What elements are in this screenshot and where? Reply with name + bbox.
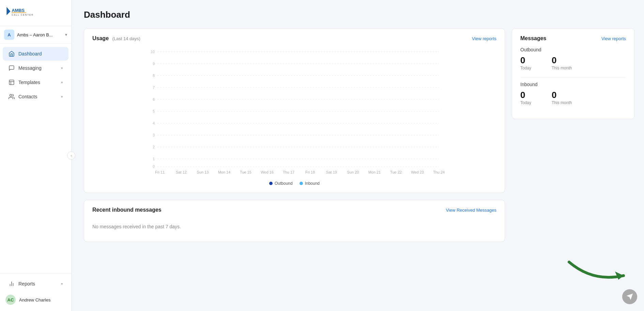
content-left: Usage (Last 14 days) View reports 10 9 8… xyxy=(84,28,505,242)
inbound-stats: 0 Today 0 This month xyxy=(520,90,626,105)
inbound-month-label: This month xyxy=(552,100,572,105)
svg-text:Fri 11: Fri 11 xyxy=(155,170,165,174)
usage-card: Usage (Last 14 days) View reports 10 9 8… xyxy=(84,28,505,193)
outbound-month-value: 0 xyxy=(552,55,572,66)
account-avatar: A xyxy=(4,30,14,40)
outbound-today-label: Today xyxy=(520,66,531,70)
page-title: Dashboard xyxy=(84,10,634,20)
outbound-legend-label: Outbound xyxy=(275,181,293,186)
svg-text:4: 4 xyxy=(153,121,155,125)
svg-text:Tue 15: Tue 15 xyxy=(240,170,251,174)
template-icon xyxy=(8,79,15,86)
messages-view-reports-link[interactable]: View reports xyxy=(601,36,626,41)
inbound-month-value: 0 xyxy=(552,90,572,100)
sidebar-item-contacts[interactable]: Contacts ▾ xyxy=(3,90,68,103)
templates-label: Templates xyxy=(18,80,61,85)
svg-text:Wed 23: Wed 23 xyxy=(411,170,424,174)
user-profile[interactable]: AC Andrew Charles xyxy=(0,291,71,308)
svg-text:Sun 13: Sun 13 xyxy=(197,170,209,174)
svg-text:Tue 22: Tue 22 xyxy=(390,170,402,174)
svg-text:8: 8 xyxy=(153,73,155,78)
messages-divider xyxy=(520,77,626,78)
usage-card-title: Usage xyxy=(92,35,109,41)
inbound-today: 0 Today xyxy=(520,90,531,105)
messaging-label: Messaging xyxy=(18,65,61,71)
inbound-row: Inbound 0 Today 0 This month xyxy=(520,82,626,105)
outbound-month-label: This month xyxy=(552,66,572,70)
usage-card-subtitle: (Last 14 days) xyxy=(112,36,140,41)
svg-text:Mon 21: Mon 21 xyxy=(368,170,381,174)
messages-card-title: Messages xyxy=(520,35,547,42)
house-icon xyxy=(8,50,15,57)
usage-card-header: Usage (Last 14 days) View reports xyxy=(92,35,496,42)
inbound-legend-dot xyxy=(300,182,303,185)
svg-text:Thu 24: Thu 24 xyxy=(433,170,445,174)
svg-text:1: 1 xyxy=(153,157,155,161)
bar-chart-icon xyxy=(8,280,15,287)
chart-legend: Outbound Inbound xyxy=(92,181,496,186)
contacts-label: Contacts xyxy=(18,94,61,99)
inbound-label: Inbound xyxy=(520,82,626,87)
main-content: Dashboard Usage (Last 14 days) View repo… xyxy=(72,0,644,311)
sidebar-bottom: Reports ▾ AC Andrew Charles xyxy=(0,273,71,311)
contacts-chevron-icon: ▾ xyxy=(61,95,63,99)
svg-text:6: 6 xyxy=(153,97,155,101)
sidebar-nav: Dashboard Messaging ▾ Templates ▾ xyxy=(0,44,71,273)
legend-inbound: Inbound xyxy=(300,181,320,186)
outbound-label: Outbound xyxy=(520,47,626,52)
view-received-messages-link[interactable]: View Received Messages xyxy=(446,208,496,213)
svg-text:Sat 19: Sat 19 xyxy=(326,170,337,174)
outbound-stats: 0 Today 0 This month xyxy=(520,55,626,70)
sidebar-item-dashboard[interactable]: Dashboard xyxy=(3,47,68,61)
reports-chevron-icon: ▾ xyxy=(61,282,63,286)
inbound-month: 0 This month xyxy=(552,90,572,105)
svg-text:0: 0 xyxy=(153,164,155,168)
svg-text:Wed 16: Wed 16 xyxy=(261,170,274,174)
svg-text:Fri 18: Fri 18 xyxy=(305,170,315,174)
svg-text:3: 3 xyxy=(153,133,155,137)
svg-text:7: 7 xyxy=(153,85,155,89)
sidebar-item-messaging[interactable]: Messaging ▾ xyxy=(3,61,68,75)
sidebar-item-reports[interactable]: Reports ▾ xyxy=(3,277,68,291)
fab-button[interactable] xyxy=(622,289,637,304)
svg-text:9: 9 xyxy=(153,62,155,66)
recent-inbound-card: Recent inbound messages View Received Me… xyxy=(84,200,505,242)
account-name: Ambs – Aaron B... xyxy=(17,32,65,37)
content-right: Messages View reports Outbound 0 Today 0… xyxy=(512,28,634,242)
svg-text:Mon 14: Mon 14 xyxy=(218,170,231,174)
reports-label: Reports xyxy=(18,281,61,287)
outbound-row: Outbound 0 Today 0 This month xyxy=(520,47,626,70)
svg-text:5: 5 xyxy=(153,109,155,113)
account-chevron-icon: ▾ xyxy=(65,32,67,37)
outbound-today: 0 Today xyxy=(520,55,531,70)
svg-text:2: 2 xyxy=(153,145,155,149)
svg-text:Thu 17: Thu 17 xyxy=(283,170,294,174)
sidebar-item-templates[interactable]: Templates ▾ xyxy=(3,76,68,89)
user-name: Andrew Charles xyxy=(19,297,51,302)
templates-chevron-icon: ▾ xyxy=(61,80,63,85)
sidebar-collapse-button[interactable]: ‹ xyxy=(67,151,75,160)
recent-inbound-header: Recent inbound messages View Received Me… xyxy=(92,207,496,213)
messaging-chevron-icon: ▾ xyxy=(61,66,63,70)
svg-text:CALL CENTER: CALL CENTER xyxy=(12,14,34,16)
inbound-today-label: Today xyxy=(520,100,531,105)
user-avatar: AC xyxy=(5,295,16,305)
svg-text:Sun 20: Sun 20 xyxy=(347,170,359,174)
usage-view-reports-link[interactable]: View reports xyxy=(472,36,496,41)
contacts-icon xyxy=(8,93,15,100)
svg-text:10: 10 xyxy=(151,50,155,54)
messages-card: Messages View reports Outbound 0 Today 0… xyxy=(512,28,634,119)
svg-marker-0 xyxy=(6,7,10,15)
outbound-legend-dot xyxy=(269,182,273,185)
recent-inbound-title: Recent inbound messages xyxy=(92,207,162,213)
outbound-today-value: 0 xyxy=(520,55,531,66)
legend-outbound: Outbound xyxy=(269,181,293,186)
messages-card-header: Messages View reports xyxy=(520,35,626,42)
chat-icon xyxy=(8,65,15,71)
account-selector[interactable]: A Ambs – Aaron B... ▾ xyxy=(0,26,71,44)
logo-area: AMBS CALL CENTER xyxy=(0,0,71,26)
svg-text:Sat 12: Sat 12 xyxy=(176,170,187,174)
content-grid: Usage (Last 14 days) View reports 10 9 8… xyxy=(84,28,634,242)
inbound-legend-label: Inbound xyxy=(305,181,320,186)
outbound-month: 0 This month xyxy=(552,55,572,70)
